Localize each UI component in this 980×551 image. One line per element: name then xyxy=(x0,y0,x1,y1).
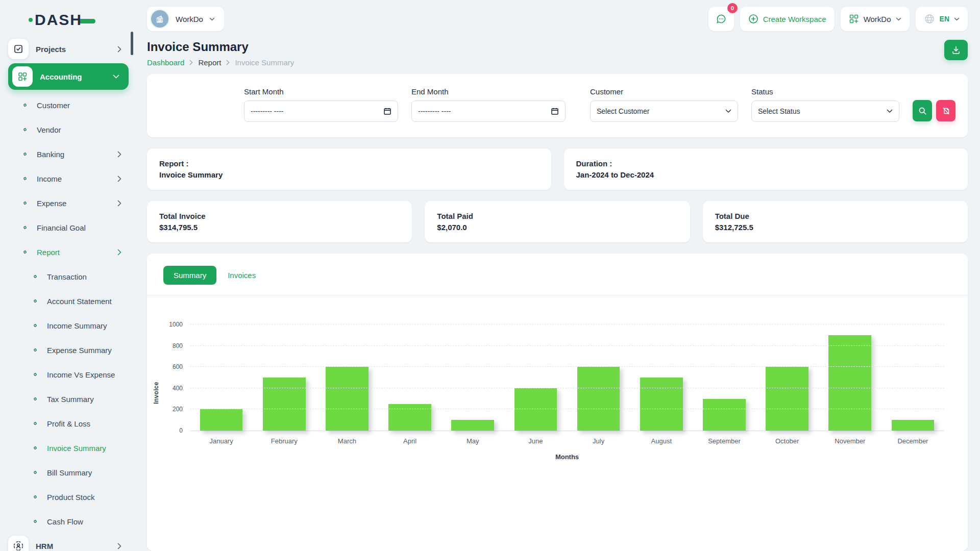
total-due-value: $312,725.5 xyxy=(715,223,955,232)
brand-logo[interactable]: DASH xyxy=(8,7,130,37)
bar-october[interactable] xyxy=(766,367,808,431)
bullet-icon xyxy=(23,177,27,181)
end-month-input[interactable]: --------- ---- xyxy=(411,101,566,122)
bar-slot xyxy=(693,325,755,431)
bar-january[interactable] xyxy=(200,409,243,431)
total-paid-label: Total Paid xyxy=(437,212,677,220)
sidebar-item-label: Report xyxy=(37,248,60,257)
chevron-down-icon xyxy=(209,17,215,21)
bar-june[interactable] xyxy=(514,388,557,431)
sidebar-item-bill-summary[interactable]: Bill Summary xyxy=(8,460,130,485)
topbar: WorkDo 0 Create Workspace xyxy=(147,0,968,33)
x-axis-label-june: June xyxy=(504,437,567,445)
sidebar-item-financial-goal[interactable]: Financial Goal xyxy=(8,215,130,240)
bar-april[interactable] xyxy=(388,404,431,431)
chevron-right-icon xyxy=(117,176,121,182)
duration-label: Duration : xyxy=(576,159,956,168)
accounting-grid-icon xyxy=(12,66,33,87)
create-workspace-label: Create Workspace xyxy=(763,15,826,23)
sidebar-item-label: Tax Summary xyxy=(47,395,94,404)
sidebar-item-projects[interactable]: Projects xyxy=(8,37,130,61)
sidebar-item-cash-flow[interactable]: Cash Flow xyxy=(8,509,130,534)
y-axis-tick-label: 600 xyxy=(173,363,183,370)
bar-december[interactable] xyxy=(892,420,935,431)
bullet-icon xyxy=(33,299,37,303)
bullet-icon xyxy=(33,348,37,352)
chart-x-axis-labels: JanuaryFebruaryMarchAprilMayJuneJulyAugu… xyxy=(190,437,944,445)
breadcrumb-dashboard-link[interactable]: Dashboard xyxy=(147,58,184,67)
sidebar-item-label: HRM xyxy=(36,542,53,550)
summary-chart-card: Summary Invoices Invoice 020040060080010… xyxy=(147,254,968,551)
start-month-input[interactable]: --------- ---- xyxy=(244,101,398,122)
bar-may[interactable] xyxy=(451,420,494,431)
bullet-icon xyxy=(33,446,37,450)
create-workspace-button[interactable]: Create Workspace xyxy=(740,7,835,31)
gridline xyxy=(190,345,944,346)
breadcrumb-report-link[interactable]: Report xyxy=(198,58,221,67)
total-paid-card: Total Paid $2,070.0 xyxy=(425,201,690,242)
language-selector[interactable]: EN xyxy=(916,7,968,31)
sidebar-item-banking[interactable]: Banking xyxy=(8,142,130,166)
sidebar-item-tax-summary[interactable]: Tax Summary xyxy=(8,387,130,411)
sidebar-item-label: Invoice Summary xyxy=(47,444,106,453)
status-select[interactable]: Select Status xyxy=(751,101,899,122)
sidebar-item-invoice-summary[interactable]: Invoice Summary xyxy=(8,436,130,460)
workspace-selector[interactable]: WorkDo xyxy=(147,7,224,31)
reset-filter-button[interactable] xyxy=(936,100,955,121)
bar-slot xyxy=(190,325,253,431)
bar-february[interactable] xyxy=(263,378,306,431)
bar-march[interactable] xyxy=(326,367,369,431)
breadcrumb-current: Invoice Summary xyxy=(235,58,294,67)
y-axis-tick-label: 200 xyxy=(173,406,183,413)
sidebar-item-label: Accounting xyxy=(40,72,82,81)
customer-select[interactable]: Select Customer xyxy=(590,101,738,122)
sidebar-item-expense-summary[interactable]: Expense Summary xyxy=(8,338,130,362)
bar-july[interactable] xyxy=(577,367,620,431)
sidebar-item-product-stock[interactable]: Product Stock xyxy=(8,485,130,509)
chart-x-axis-title: Months xyxy=(190,453,944,461)
bar-september[interactable] xyxy=(703,399,746,431)
sidebar-item-account-statement[interactable]: Account Statement xyxy=(8,289,130,313)
x-axis-label-april: April xyxy=(379,437,442,445)
x-axis-label-january: January xyxy=(190,437,253,445)
sidebar-item-expense[interactable]: Expense xyxy=(8,191,130,215)
tab-invoices[interactable]: Invoices xyxy=(228,271,256,280)
sidebar-item-profit-loss[interactable]: Profit & Loss xyxy=(8,411,130,436)
tab-summary[interactable]: Summary xyxy=(163,266,216,285)
bar-november[interactable] xyxy=(828,335,871,431)
total-paid-value: $2,070.0 xyxy=(437,223,677,232)
bullet-icon xyxy=(33,274,37,279)
sidebar-item-label: Product Stock xyxy=(47,493,94,502)
bar-august[interactable] xyxy=(640,378,683,431)
accounting-submenu: CustomerVendorBankingIncomeExpenseFinanc… xyxy=(8,93,130,534)
account-menu[interactable]: WorkDo xyxy=(841,7,910,31)
totals-row: Total Invoice $314,795.5 Total Paid $2,0… xyxy=(147,201,968,242)
bullet-icon xyxy=(33,519,37,523)
sidebar-item-label: Account Statement xyxy=(47,297,112,306)
total-invoice-label: Total Invoice xyxy=(159,212,400,220)
sidebar-item-hrm[interactable]: HRM xyxy=(8,534,130,551)
hrm-user-focus-icon xyxy=(8,536,29,551)
download-report-button[interactable] xyxy=(944,40,968,60)
y-axis-tick-label: 1000 xyxy=(169,321,183,328)
sidebar-item-report[interactable]: Report xyxy=(8,240,130,264)
plus-circle-icon xyxy=(748,14,758,24)
sidebar-item-label: Expense xyxy=(37,199,66,208)
sidebar-item-transaction[interactable]: Transaction xyxy=(8,264,130,289)
chart-y-axis-title: Invoice xyxy=(153,382,160,404)
sidebar-scrollbar-thumb[interactable] xyxy=(131,32,133,55)
messages-button[interactable]: 0 xyxy=(708,7,734,31)
customer-group: Customer Select Customer xyxy=(590,87,738,122)
sidebar-item-accounting[interactable]: Accounting xyxy=(8,63,129,90)
customer-label: Customer xyxy=(590,87,738,96)
calendar-icon[interactable] xyxy=(551,107,559,115)
sidebar-item-income[interactable]: Income xyxy=(8,166,130,191)
sidebar-item-customer[interactable]: Customer xyxy=(8,93,130,117)
sidebar-item-income-summary[interactable]: Income Summary xyxy=(8,313,130,338)
sidebar-item-income-vs-expense[interactable]: Income Vs Expense xyxy=(8,362,130,387)
search-icon xyxy=(918,107,927,115)
apply-filter-button[interactable] xyxy=(913,100,932,121)
calendar-icon[interactable] xyxy=(383,107,391,115)
sidebar-item-vendor[interactable]: Vendor xyxy=(8,117,130,142)
chart-tabs: Summary Invoices xyxy=(147,266,968,285)
